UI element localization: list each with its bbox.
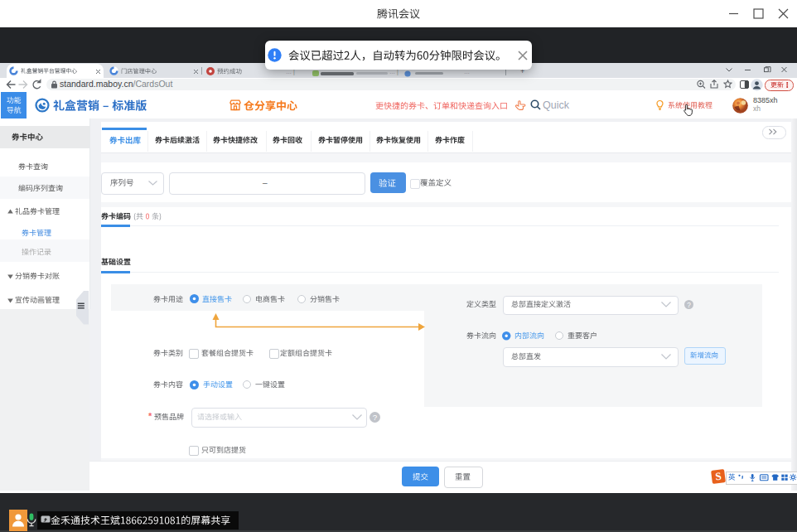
svg-text:?: ? <box>687 301 691 308</box>
svg-text:?: ? <box>372 413 377 422</box>
